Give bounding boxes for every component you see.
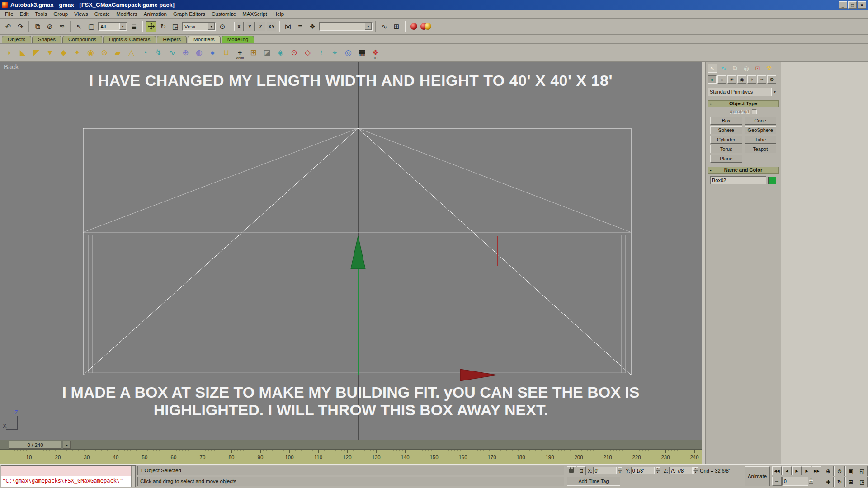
menu-item-help[interactable]: Help <box>270 11 288 17</box>
torus-button[interactable]: Torus <box>710 145 742 153</box>
minimize-button[interactable]: _ <box>839 1 847 9</box>
hierarchy-tab[interactable]: ⧉ <box>730 64 740 73</box>
modifier-icon-19[interactable]: ⊞ <box>248 46 259 60</box>
pan-icon[interactable]: ✚ <box>823 477 834 487</box>
tab-helpers[interactable]: Helpers <box>157 36 187 43</box>
zoom-region-icon[interactable]: ◱ <box>857 466 868 476</box>
lights-button[interactable]: ☀ <box>727 75 736 84</box>
curve-editor-icon[interactable]: ∿ <box>379 21 390 32</box>
display-tab[interactable]: ⊡ <box>753 64 763 73</box>
play-animation-button[interactable]: ▶ <box>792 466 802 475</box>
modifier-icon-11[interactable]: ◔ <box>139 46 151 60</box>
tab-shapes[interactable]: Shapes <box>32 36 61 43</box>
viewport-canvas[interactable] <box>0 62 702 440</box>
sphere-button[interactable]: Sphere <box>710 126 742 134</box>
modifier-icon-5[interactable]: ◆ <box>58 46 69 60</box>
viewport-label[interactable]: Back <box>4 63 19 70</box>
menu-item-animation[interactable]: Animation <box>141 11 170 17</box>
xform-icon[interactable]: +xform <box>234 46 245 60</box>
tab-compounds[interactable]: Compounds <box>62 36 102 43</box>
move-gizmo[interactable] <box>351 235 500 381</box>
arc-rotate-icon[interactable]: ↻ <box>834 477 845 487</box>
systems-button[interactable]: ⚙ <box>767 75 776 84</box>
material-navigator-icon[interactable] <box>420 21 431 32</box>
cone-button[interactable]: Cone <box>745 117 777 125</box>
helpers-button[interactable]: ⌖ <box>747 75 756 84</box>
coordinate-x-spinner[interactable]: ▲▼ <box>618 467 622 474</box>
select-and-rotate-icon[interactable]: ↻ <box>158 21 169 32</box>
schematic-view-icon[interactable]: ⊞ <box>391 21 402 32</box>
named-selection-sets-dropdown[interactable]: ▼ <box>319 22 373 31</box>
bind-to-space-warp-icon[interactable]: ≋ <box>57 21 67 32</box>
menu-item-edit[interactable]: Edit <box>17 11 32 17</box>
align-icon[interactable]: ≡ <box>295 21 306 32</box>
dropdown-arrow-icon[interactable]: ▼ <box>119 23 126 30</box>
object-type-rollout-header[interactable]: - Object Type <box>708 100 779 107</box>
modifier-icon-1[interactable]: ◗ <box>4 46 15 60</box>
menu-item-create[interactable]: Create <box>91 11 113 17</box>
maxscript-mini-listener[interactable]: "C:\gmax\gamepacks\FSX_GMaxGamepack\" <box>1 465 136 487</box>
restrict-xy-plane-button[interactable]: XY <box>267 22 276 31</box>
selection-lock-button[interactable] <box>567 466 576 475</box>
create-tab[interactable]: ↖ <box>708 64 717 73</box>
macro-recorder-pane[interactable] <box>1 466 135 476</box>
object-name-input[interactable] <box>711 178 766 183</box>
restrict-y-button[interactable]: Y <box>245 22 255 31</box>
motion-tab[interactable]: ◎ <box>741 64 751 73</box>
menu-item-group[interactable]: Group <box>50 11 71 17</box>
modifier-icon-4[interactable]: ▼ <box>44 46 56 60</box>
modifier-icon-26[interactable]: ◎ <box>343 46 354 60</box>
menu-item-maxscript[interactable]: MAXScript <box>239 11 270 17</box>
modifier-icon-16[interactable]: ● <box>207 46 218 60</box>
selection-filter-dropdown[interactable]: All▼ <box>98 22 127 31</box>
go-to-end-button[interactable]: ▶▶ <box>812 466 821 475</box>
modifier-icon-14[interactable]: ⊕ <box>180 46 191 60</box>
shapes-button[interactable]: ◌ <box>717 75 726 84</box>
viewport[interactable]: Back I HAVE CHANGED MY LENGTH WIDTH AND … <box>0 62 702 440</box>
tube-button[interactable]: Tube <box>745 136 777 144</box>
select-by-name-icon[interactable]: ≣ <box>128 21 139 32</box>
modifier-icon-2[interactable]: ◣ <box>17 46 28 60</box>
coordinate-x-input[interactable] <box>594 468 616 474</box>
go-to-start-button[interactable]: ◀◀ <box>772 466 782 475</box>
listener-scrollbar[interactable] <box>131 466 135 487</box>
dropdown-arrow-icon[interactable]: ▼ <box>771 88 778 96</box>
zoom-icon[interactable]: ⊕ <box>823 466 834 476</box>
menu-item-views[interactable]: Views <box>71 11 91 17</box>
time-ruler[interactable]: 1020304050607080901001101201301401501601… <box>0 450 702 464</box>
maximize-button[interactable]: □ <box>848 1 857 9</box>
current-frame-spinner[interactable]: ▲▼ <box>809 477 813 486</box>
time-slider-handle[interactable]: 0 / 240 <box>9 441 61 449</box>
next-frame-button[interactable]: ▶ <box>802 466 811 475</box>
zoom-extents-all-icon[interactable]: ⊞ <box>845 477 856 487</box>
array-icon[interactable]: ❖ <box>307 21 318 32</box>
animate-button[interactable]: Animate <box>745 466 770 486</box>
use-pivot-point-center-icon[interactable]: ⊙ <box>217 21 228 32</box>
modifier-icon-3[interactable]: ◤ <box>31 46 42 60</box>
restrict-x-button[interactable]: X <box>234 22 244 31</box>
modifier-icon-7[interactable]: ◉ <box>85 46 96 60</box>
undo-icon[interactable]: ↶ <box>3 21 14 32</box>
key-mode-toggle-button[interactable]: ⊶ <box>772 477 782 486</box>
menu-item-modifiers[interactable]: Modifiers <box>113 11 141 17</box>
modifier-icon-20[interactable]: ◪ <box>261 46 273 60</box>
previous-frame-button[interactable]: ◀ <box>782 466 792 475</box>
teapot-button[interactable]: Teapot <box>745 145 777 153</box>
name-color-rollout-header[interactable]: - Name and Color <box>708 167 779 174</box>
absolute-offset-toggle-button[interactable]: ⊡ <box>577 466 586 475</box>
modifier-icon-10[interactable]: △ <box>126 46 137 60</box>
dropdown-arrow-icon[interactable]: ▼ <box>365 23 372 30</box>
min-max-toggle-icon[interactable]: ◳ <box>857 477 868 487</box>
modifier-icon-9[interactable]: ▰ <box>112 46 123 60</box>
box-button[interactable]: Box <box>710 117 742 125</box>
primitive-category-dropdown[interactable]: Standard Primitives ▼ <box>708 88 778 96</box>
close-button[interactable]: × <box>858 1 866 9</box>
redo-icon[interactable]: ↷ <box>15 21 26 32</box>
select-and-move-icon[interactable] <box>146 21 156 32</box>
modifier-icon-24[interactable]: ≀ <box>316 46 327 60</box>
modifier-icon-23[interactable]: ◇ <box>302 46 313 60</box>
time-slider-next-icon[interactable]: ▸ <box>63 441 71 449</box>
menu-item-tools[interactable]: Tools <box>32 11 50 17</box>
modifier-icon-8[interactable]: ⊛ <box>99 46 110 60</box>
menu-item-graph-editors[interactable]: Graph Editors <box>170 11 208 17</box>
